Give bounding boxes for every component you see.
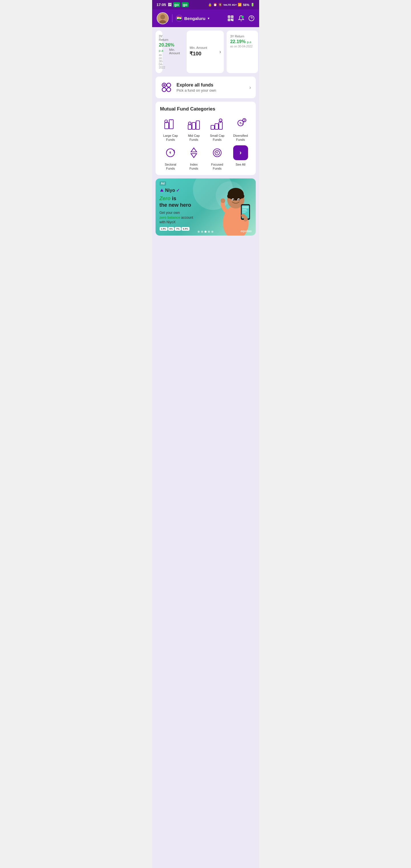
category-see-all[interactable]: › See All — [230, 145, 251, 171]
fund-return-value-3: 22.19% p.a — [230, 39, 255, 44]
flag-icon: 🇮🇳 — [176, 15, 183, 22]
see-all-button[interactable]: › — [233, 145, 248, 160]
header-actions — [227, 15, 255, 22]
small-cap-icon: ₹ — [210, 117, 225, 131]
category-large-cap[interactable]: ₹ ₹ Large CapFunds — [160, 117, 181, 142]
svg-point-20 — [167, 83, 171, 87]
spacer — [152, 239, 259, 242]
small-cap-label: Small CapFunds — [210, 134, 225, 142]
mid-cap-label: Mid CapFunds — [188, 134, 200, 142]
svg-rect-7 — [231, 20, 232, 21]
explore-arrow-icon: › — [249, 85, 251, 91]
fund-card-arrow[interactable]: Min. Amount — [166, 45, 183, 59]
categories-title: Mutual Fund Categories — [160, 106, 251, 112]
status-bar: 17:05 🖼 go go 🔒 ⏰ 🔇 VoLTE 4G+ 📶 56% 🔋 — [152, 0, 259, 9]
ad-zero-text: Zero — [160, 195, 171, 201]
help-button[interactable] — [248, 15, 255, 22]
svg-point-46 — [173, 150, 175, 151]
svg-text:₹: ₹ — [190, 123, 191, 124]
card-arrow-icon: › — [219, 49, 221, 55]
explore-all-funds[interactable]: Explore all funds Pick a fund on your ow… — [156, 76, 256, 98]
see-all-label: See All — [236, 162, 246, 166]
min-amount-label: Min. Amount — [190, 46, 207, 50]
svg-rect-33 — [196, 121, 199, 129]
explore-subtitle: Pick a fund on your own — [177, 88, 246, 93]
see-all-icon-container: › — [233, 145, 248, 160]
large-cap-label: Large CapFunds — [163, 134, 178, 142]
category-mid-cap[interactable]: ₹ Mid CapFunds — [183, 117, 204, 142]
see-all-arrow-icon: › — [240, 149, 242, 156]
fund-return-label-3: 3Y Return — [230, 35, 255, 38]
explore-icon — [160, 81, 173, 94]
fund-card-divider: Min. Amount — [165, 31, 184, 73]
svg-point-21 — [162, 88, 166, 92]
ad-content: Niyo ✓ Zero is the new hero Get your own… — [156, 179, 256, 235]
svg-marker-47 — [191, 148, 197, 152]
svg-rect-9 — [232, 20, 233, 21]
focused-icon: ₹ — [210, 145, 225, 160]
ad-section: Ad Niyo ✓ Zero is the new hero Get your … — [152, 179, 259, 239]
ad-sub-text: Get your own zero balance account with N… — [160, 211, 252, 225]
fund-card-mid[interactable]: Min. Amount ₹100 › — [187, 31, 224, 73]
svg-rect-10 — [231, 19, 232, 20]
qr-scan-button[interactable] — [227, 15, 234, 22]
notification-dot — [242, 16, 244, 18]
svg-text:₹: ₹ — [166, 121, 167, 123]
svg-text:₹: ₹ — [216, 151, 218, 154]
index-label: IndexFunds — [190, 162, 198, 171]
ad-rates: 1.5% 6% 7% 6.5% — [160, 227, 252, 231]
min-amount-value: ₹100 — [190, 51, 207, 57]
categories-section: Mutual Fund Categories ₹ ₹ Large CapFund… — [156, 102, 256, 175]
focused-label: Focused Funds — [207, 162, 228, 171]
svg-text:₹: ₹ — [220, 120, 221, 121]
diversified-icon: ₹ — [233, 117, 248, 131]
svg-rect-32 — [192, 123, 195, 129]
category-small-cap[interactable]: ₹ Small CapFunds — [207, 117, 228, 142]
svg-marker-52 — [160, 189, 163, 192]
categories-grid: ₹ ₹ Large CapFunds ₹ Mid C — [160, 117, 251, 170]
fund-cards-section: 3Y Return 20.26% p.a as on 30-04-2022 Mi… — [152, 27, 259, 73]
mid-cap-icon: ₹ — [186, 117, 201, 131]
ad-logo: Niyo ✓ — [160, 188, 252, 193]
fund-card-1[interactable]: 3Y Return 20.26% p.a as on 30-04-2022 — [156, 31, 162, 73]
fund-date-3: as on 30-04-2022 — [230, 45, 255, 48]
header-divider — [172, 14, 172, 22]
category-focused[interactable]: ₹ Focused Funds — [207, 145, 228, 171]
category-diversified[interactable]: ₹ DiversifiedFunds — [230, 117, 251, 142]
category-index[interactable]: IndexFunds — [183, 145, 204, 171]
explore-title: Explore all funds — [177, 83, 246, 88]
svg-rect-37 — [215, 124, 218, 129]
status-icons: 🔒 ⏰ 🔇 VoLTE 4G+ 📶 56% 🔋 — [208, 3, 255, 6]
large-cap-icon: ₹ ₹ — [163, 117, 178, 131]
svg-point-3 — [160, 14, 165, 19]
status-time: 17:05 🖼 go go — [157, 2, 189, 7]
svg-point-43 — [243, 119, 246, 122]
explore-text: Explore all funds Pick a fund on your ow… — [177, 83, 246, 93]
sectoral-label: SectoralFunds — [165, 162, 176, 171]
city-label: Bengaluru — [184, 16, 205, 21]
location-selector[interactable]: 🇮🇳 Bengaluru ▼ — [176, 15, 210, 22]
svg-marker-48 — [191, 154, 197, 158]
avatar[interactable] — [157, 12, 169, 24]
svg-rect-36 — [211, 125, 214, 129]
svg-text:₹: ₹ — [171, 119, 172, 121]
index-icon — [186, 145, 201, 160]
notifications-button[interactable] — [238, 15, 244, 22]
category-sectoral[interactable]: ₹ SectoralFunds — [160, 145, 181, 171]
main-content: 3Y Return 20.26% p.a as on 30-04-2022 Mi… — [152, 27, 259, 868]
svg-text:₹: ₹ — [240, 122, 241, 125]
svg-rect-26 — [165, 123, 169, 129]
svg-rect-8 — [232, 19, 233, 20]
fund-card-3[interactable]: 3Y Return 22.19% p.a as on 30-04-2022 — [227, 31, 258, 73]
min-amount-label: Min. Amount — [169, 48, 180, 55]
svg-point-22 — [167, 88, 171, 92]
header: 🇮🇳 Bengaluru ▼ — [152, 9, 259, 27]
diversified-label: DiversifiedFunds — [233, 134, 248, 142]
sectoral-icon: ₹ — [163, 145, 178, 160]
svg-point-23 — [163, 84, 165, 86]
svg-text:₹: ₹ — [169, 151, 171, 154]
chevron-down-icon: ▼ — [207, 17, 210, 20]
svg-rect-31 — [188, 125, 191, 129]
ad-hero-text: Zero is the new hero — [160, 195, 252, 209]
ad-banner[interactable]: Ad Niyo ✓ Zero is the new hero Get your … — [156, 179, 256, 236]
